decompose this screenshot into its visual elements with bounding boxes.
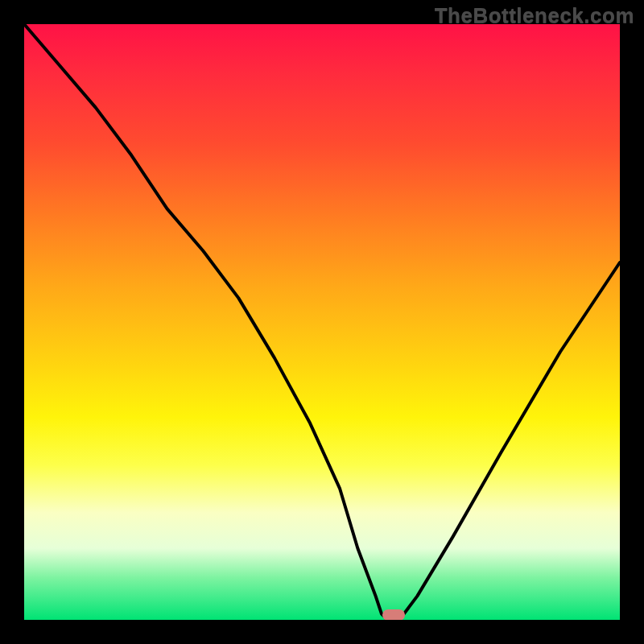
curve-svg	[24, 24, 620, 620]
watermark-text: TheBottleneck.com	[435, 3, 634, 28]
bottleneck-curve	[24, 24, 620, 620]
plot-area	[24, 24, 620, 620]
optimal-marker	[382, 609, 405, 620]
chart-frame: TheBottleneck.com	[0, 0, 644, 644]
